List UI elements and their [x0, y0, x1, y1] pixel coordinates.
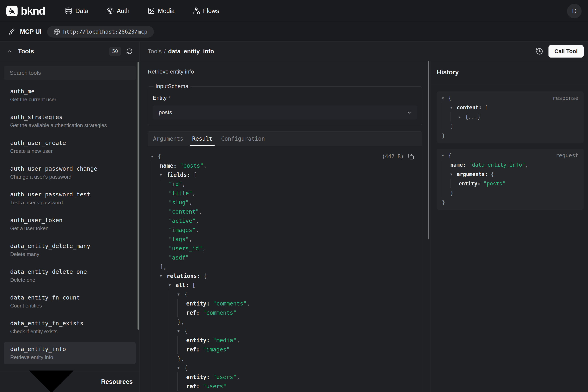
- json-line: name:"posts",: [151, 161, 414, 170]
- tool-item-auth_user_password_test[interactable]: auth_user_password_testTest a user's pas…: [4, 188, 136, 210]
- refresh-tools-button[interactable]: [126, 48, 133, 54]
- nav-item-flows[interactable]: Flows: [193, 7, 219, 14]
- chevron-up-icon: [7, 48, 13, 54]
- brand[interactable]: bknd: [6, 6, 45, 16]
- tool-item-auth_user_password_change[interactable]: auth_user_password_changeChange a user's…: [4, 162, 136, 184]
- nav-item-label: Media: [158, 8, 175, 14]
- result-box: ArgumentsResultConfiguration (442 B) ▾{n…: [148, 131, 422, 392]
- tool-item-auth_user_create[interactable]: auth_user_createCreate a new user: [4, 136, 136, 158]
- expand-icon[interactable]: ▸: [459, 114, 465, 119]
- tab-configuration[interactable]: Configuration: [221, 132, 265, 146]
- collapse-icon[interactable]: ▾: [178, 329, 184, 334]
- json-string: "posts": [484, 180, 506, 186]
- collapse-icon[interactable]: ▾: [178, 292, 184, 297]
- tool-item-auth_user_token[interactable]: auth_user_tokenGet a user token: [4, 213, 136, 235]
- mcp-url-pill[interactable]: http://localhost:28623/mcp: [47, 26, 154, 38]
- indent-guide: [151, 244, 160, 253]
- call-tool-button[interactable]: Call Tool: [549, 45, 584, 58]
- json-line: ref:"images": [151, 345, 414, 354]
- search-input[interactable]: [4, 66, 136, 80]
- history-entry-response[interactable]: response▾{▾content:[▸{...}]}: [437, 91, 584, 143]
- indent-guide: [442, 179, 450, 188]
- history-icon: [536, 48, 543, 55]
- history-toggle-button[interactable]: [536, 48, 543, 55]
- main-header: Tools / data_entity_info Call Tool: [140, 42, 588, 61]
- json-punctuation: {: [448, 152, 451, 158]
- collapse-icon[interactable]: ▾: [442, 96, 448, 100]
- indent-guide: [160, 253, 169, 262]
- json-line: "title",: [151, 188, 414, 198]
- collapse-icon[interactable]: ▾: [450, 105, 457, 110]
- json-line: "active",: [151, 216, 414, 225]
- json-line: entity:"comments",: [151, 299, 414, 308]
- collapse-icon[interactable]: ▾: [160, 172, 167, 177]
- tool-name: auth_user_password_test: [10, 190, 129, 198]
- tab-result[interactable]: Result: [192, 132, 212, 146]
- entity-select[interactable]: posts: [153, 106, 417, 120]
- collapse-icon[interactable]: ▾: [450, 172, 457, 176]
- network-icon: [193, 7, 200, 14]
- json-line: ref:"users": [151, 382, 414, 391]
- indent-guide: [160, 308, 169, 317]
- json-punctuation: ,: [525, 162, 528, 168]
- nav-item-data[interactable]: Data: [65, 7, 88, 14]
- collapse-icon[interactable]: ▾: [151, 154, 158, 159]
- json-string: "active": [169, 218, 196, 224]
- tool-item-data_entity_fn_count[interactable]: data_entity_fn_countCount entities: [4, 290, 136, 313]
- history-entry-request[interactable]: request▾{name:"data_entity_info",▾argume…: [437, 149, 584, 210]
- json-string: "media": [213, 337, 236, 344]
- indent-guide: [160, 188, 169, 198]
- collapse-icon[interactable]: ▾: [160, 274, 167, 278]
- nav-item-label: Flows: [203, 8, 219, 14]
- breadcrumb-section[interactable]: Tools: [148, 48, 162, 55]
- json-punctuation: {: [184, 291, 188, 298]
- json-key: name:: [450, 162, 466, 168]
- resources-section-header[interactable]: Resources: [0, 371, 140, 392]
- indent-guide: [160, 280, 169, 290]
- indent-guide: [160, 391, 169, 392]
- tool-item-auth_strategies[interactable]: auth_strategiesGet the available authent…: [4, 110, 136, 132]
- json-punctuation: ,: [202, 245, 206, 252]
- main-panel: Retrieve entity info InputSchema Entity*…: [140, 61, 430, 392]
- indent-guide: [151, 225, 160, 234]
- indent-guide: [151, 161, 160, 170]
- entity-label-text: Entity: [153, 95, 167, 101]
- indent-guide: [178, 372, 186, 382]
- tab-arguments[interactable]: Arguments: [153, 132, 184, 146]
- json-line: entity:"users",: [151, 372, 414, 382]
- indent-guide: [160, 299, 169, 308]
- nav-item-media[interactable]: Media: [148, 7, 175, 14]
- indent-guide: [151, 336, 160, 345]
- collapse-icon[interactable]: ▾: [169, 283, 176, 288]
- nav-item-auth[interactable]: Auth: [106, 7, 130, 14]
- tools-section-header[interactable]: Tools 50: [0, 42, 140, 61]
- copy-icon[interactable]: [408, 154, 414, 160]
- json-line: ▾{: [151, 290, 414, 299]
- collapse-icon[interactable]: ▾: [178, 366, 184, 370]
- mcp-url: http://localhost:28623/mcp: [63, 28, 148, 35]
- json-line: ]: [442, 122, 579, 131]
- json-line: entity:"media",: [151, 336, 414, 345]
- json-key: entity:: [186, 337, 210, 344]
- result-json-viewer: (442 B) ▾{name:"posts",▾fields:["id","ti…: [148, 146, 422, 392]
- json-string: "data_entity_info": [469, 162, 525, 168]
- indent-guide: [169, 290, 178, 299]
- tool-item-data_entity_delete_many[interactable]: data_entity_delete_manyDelete many: [4, 239, 136, 261]
- json-line: },: [151, 354, 414, 363]
- tool-item-auth_me[interactable]: auth_meGet the current user: [4, 84, 136, 106]
- main-scrollbar[interactable]: [428, 61, 429, 239]
- sidebar-scrollbar[interactable]: [138, 62, 139, 330]
- json-string: "comments": [213, 300, 247, 307]
- tool-item-data_entity_delete_one[interactable]: data_entity_delete_oneDelete one: [4, 265, 136, 287]
- indent-guide: [160, 198, 169, 207]
- tool-item-data_entity_fn_exists[interactable]: data_entity_fn_existsCheck if entity exi…: [4, 316, 136, 338]
- json-punctuation: [: [192, 282, 196, 288]
- tool-desc: Delete one: [10, 277, 129, 283]
- collapse-icon[interactable]: ▾: [442, 153, 448, 158]
- avatar[interactable]: D: [567, 4, 582, 18]
- json-string: "users": [203, 383, 226, 390]
- indent-guide: [151, 354, 160, 363]
- json-string: "images": [169, 227, 196, 233]
- tools-count-badge: 50: [109, 47, 121, 56]
- json-line: ▾{: [151, 363, 414, 372]
